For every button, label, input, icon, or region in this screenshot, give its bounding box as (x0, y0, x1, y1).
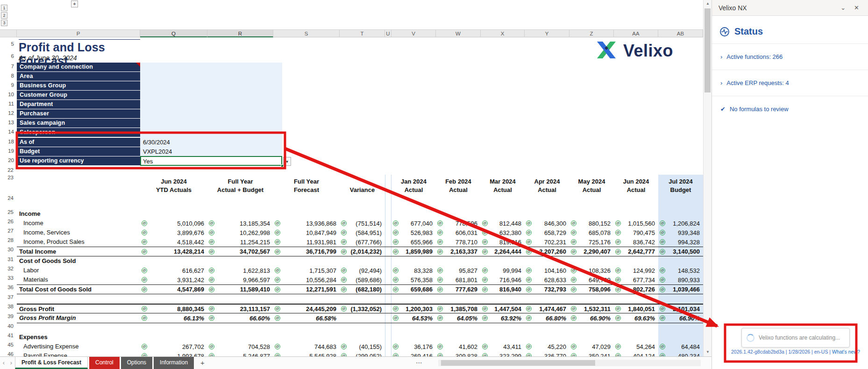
row-header[interactable]: 41 (0, 333, 17, 342)
cell[interactable]: Variance (340, 175, 385, 195)
cell[interactable] (481, 294, 525, 304)
parameter-label[interactable]: As of (17, 138, 140, 147)
cell[interactable] (340, 294, 385, 304)
row-label-cell[interactable] (17, 323, 140, 333)
cell[interactable] (569, 323, 614, 333)
row-header[interactable]: 23 (0, 175, 17, 195)
column-header[interactable]: AB (658, 29, 703, 37)
cell[interactable] (658, 323, 703, 333)
pane-collapse-icon[interactable]: ⌄ (836, 4, 850, 11)
filter-label[interactable]: Sales campaign (17, 119, 140, 128)
cell[interactable] (340, 167, 385, 175)
cell[interactable]: @124,992 (614, 266, 658, 275)
cell[interactable]: @778,710 (436, 237, 481, 247)
cell[interactable] (569, 294, 614, 304)
cell[interactable] (569, 256, 614, 266)
cell[interactable]: @24,445,209 (273, 305, 340, 313)
column-header[interactable]: Q (140, 29, 207, 37)
cell[interactable]: @108,326 (569, 266, 614, 275)
tab-profit-loss-forecast[interactable]: Profit & Loss Forecast (15, 357, 88, 369)
cell[interactable]: Jan 2024Actual (391, 175, 436, 195)
cell[interactable] (569, 333, 614, 342)
column-header[interactable]: R (207, 29, 273, 37)
cell[interactable]: @148,532 (658, 266, 703, 275)
cell[interactable]: @13,428,214 (140, 247, 207, 256)
cell[interactable]: @677,734 (614, 275, 658, 284)
cell[interactable]: @655,966 (391, 237, 436, 247)
cell[interactable] (391, 294, 436, 304)
cell[interactable]: @34,702,567 (207, 247, 273, 256)
column-header[interactable]: U (385, 29, 391, 37)
cell[interactable]: @83,328 (391, 266, 436, 275)
cell[interactable]: @5,246,877 (207, 351, 273, 356)
cell[interactable]: @880,152 (569, 219, 614, 228)
cell[interactable]: Jun 2024YTD Actuals (140, 175, 207, 195)
tab-scroll-right-icon[interactable]: › (7, 357, 15, 369)
cell[interactable]: @66.60% (207, 313, 273, 323)
cell[interactable]: @336,770 (525, 351, 569, 356)
row-label-cell[interactable]: Advertising Expense (17, 342, 140, 351)
filter-label[interactable]: Salesperson (17, 128, 140, 137)
cell[interactable] (658, 209, 703, 219)
active-erp-requests-item[interactable]: › Active ERP requests: 4 (712, 70, 868, 96)
row-label-cell[interactable]: Gross Profit Margin (17, 313, 140, 323)
cell[interactable]: @10,262,998 (207, 228, 273, 237)
row-header[interactable]: 38 (0, 304, 17, 313)
cell[interactable]: @1,715,307 (273, 266, 340, 275)
row-header[interactable]: 32 (0, 266, 17, 275)
selected-cell[interactable] (140, 156, 282, 166)
cell[interactable] (140, 294, 207, 304)
column-header[interactable]: AA (614, 29, 658, 37)
cell[interactable] (525, 195, 569, 209)
cell[interactable]: @269,416 (391, 351, 436, 356)
filter-label[interactable]: Purchaser (17, 109, 140, 118)
row-label-cell[interactable] (17, 195, 140, 209)
row-header[interactable]: 28 (0, 237, 17, 247)
cell[interactable] (207, 323, 273, 333)
cell[interactable] (273, 209, 340, 219)
cell[interactable]: @66.13% (140, 313, 207, 323)
cell[interactable] (525, 323, 569, 333)
cell[interactable]: Feb 2024Actual (436, 175, 481, 195)
cell[interactable] (140, 209, 207, 219)
cell[interactable]: @66.80% (525, 313, 569, 323)
pane-close-icon[interactable]: ✕ (850, 4, 863, 11)
cell[interactable] (391, 256, 436, 266)
cell[interactable]: @(2,014,232) (340, 247, 385, 256)
cell[interactable]: @1,039,466 (658, 285, 703, 294)
row-label-cell[interactable]: Materials (17, 275, 140, 284)
cell[interactable] (273, 333, 340, 342)
cell[interactable]: @702,231 (525, 237, 569, 247)
cell[interactable]: @2,264,444 (481, 247, 525, 256)
cell[interactable]: @104,160 (525, 266, 569, 275)
row-header[interactable]: 12 (0, 110, 14, 116)
cell[interactable]: @69.63% (614, 313, 658, 323)
cell[interactable]: @716,946 (481, 275, 525, 284)
cell[interactable]: @846,300 (525, 219, 569, 228)
cell[interactable]: @2,207,260 (525, 247, 569, 256)
filter-label[interactable]: Area (17, 72, 140, 81)
cell[interactable]: @2,290,407 (569, 247, 614, 256)
cell[interactable]: @36,716,799 (273, 247, 340, 256)
row-header[interactable]: 6 (0, 53, 14, 59)
cell[interactable]: @64.05% (436, 313, 481, 323)
cell[interactable]: @1,447,504 (481, 305, 525, 313)
cell[interactable] (436, 256, 481, 266)
row-header[interactable]: 13 (0, 120, 14, 125)
cell[interactable] (614, 294, 658, 304)
outline-level-button[interactable]: 2 (1, 12, 7, 19)
cell[interactable]: @2,163,337 (436, 247, 481, 256)
row-header[interactable]: 30 (0, 247, 17, 256)
cell[interactable] (340, 313, 385, 323)
cell[interactable] (391, 209, 436, 219)
cell[interactable]: @(40,155) (340, 342, 385, 351)
cell[interactable] (481, 195, 525, 209)
vertical-scrollbar-thumb[interactable] (704, 8, 711, 92)
cell[interactable] (614, 256, 658, 266)
row-header[interactable]: 9 (0, 82, 14, 88)
cell[interactable]: @2,101,034 (658, 305, 703, 313)
cell[interactable] (481, 209, 525, 219)
row-label-cell[interactable] (17, 175, 140, 195)
cell[interactable]: @(92,494) (340, 266, 385, 275)
cell[interactable]: @777,629 (436, 285, 481, 294)
